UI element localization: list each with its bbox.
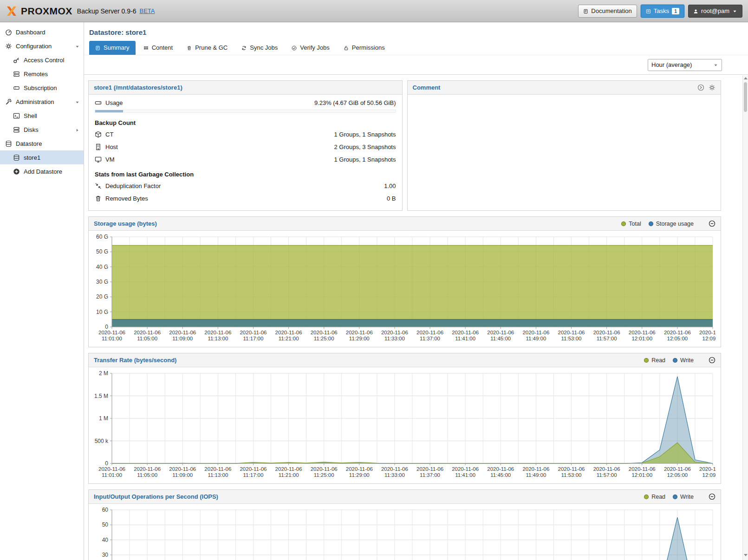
caret-right-icon[interactable] — [75, 127, 80, 132]
svg-text:2020-11-06: 2020-11-06 — [381, 466, 408, 472]
compress-icon — [95, 182, 102, 189]
tab-label: Sync Jobs — [250, 44, 278, 51]
host-value: 2 Groups, 3 Snapshots — [334, 143, 396, 150]
sidebar-item-label: Configuration — [16, 43, 52, 50]
scroll-up-arrow-icon[interactable] — [744, 77, 748, 79]
trash-icon — [187, 45, 192, 50]
svg-text:11:45:00: 11:45:00 — [490, 472, 511, 478]
tab-summary[interactable]: Summary — [89, 41, 136, 55]
svg-text:20 G: 20 G — [96, 293, 108, 300]
caret-down-icon[interactable] — [75, 99, 80, 104]
legend-write[interactable]: Write — [673, 357, 694, 364]
sidebar-item-label: Access Control — [24, 57, 64, 64]
beta-link[interactable]: BETA — [139, 7, 155, 14]
svg-text:12:01:00: 12:01:00 — [631, 336, 652, 341]
usage-progress-fill — [95, 110, 123, 112]
svg-text:1.5 M: 1.5 M — [94, 393, 108, 399]
sidebar-item-access-control[interactable]: Access Control — [0, 53, 84, 67]
tab-verify-jobs[interactable]: Verify Jobs — [286, 41, 336, 55]
content-area: store1 (/mnt/datastores/store1) Usage 9.… — [84, 75, 748, 560]
dedup-value: 1.00 — [384, 182, 396, 189]
svg-text:11:25:00: 11:25:00 — [314, 336, 334, 341]
svg-text:2020-11-06: 2020-11-06 — [346, 466, 373, 472]
svg-text:0: 0 — [105, 324, 108, 330]
svg-text:0: 0 — [105, 460, 108, 467]
panel-title: store1 (/mnt/datastores/store1) — [94, 84, 182, 91]
legend-read[interactable]: Read — [644, 357, 665, 364]
svg-text:2 M: 2 M — [99, 370, 108, 377]
legend-total[interactable]: Total — [621, 221, 641, 227]
tasks-button[interactable]: Tasks 1 — [641, 5, 684, 18]
svg-text:40: 40 — [102, 537, 109, 543]
sidebar-item-subscription[interactable]: Subscription — [0, 81, 84, 95]
svg-text:11:09:00: 11:09:00 — [172, 472, 193, 478]
ct-label: CT — [105, 131, 113, 138]
tab-sync-jobs[interactable]: Sync Jobs — [235, 41, 284, 55]
iops-panel: Input/Output Operations per Second (IOPS… — [88, 489, 721, 560]
documentation-icon — [583, 8, 588, 13]
legend-write[interactable]: Write — [673, 494, 694, 500]
sidebar-item-disks[interactable]: Disks — [0, 123, 84, 137]
svg-text:2020-11-06: 2020-11-06 — [204, 466, 231, 472]
usage-progress-bar — [95, 110, 396, 113]
sidebar-item-label: Shell — [24, 112, 37, 119]
chart-title: Input/Output Operations per Second (IOPS… — [94, 493, 218, 500]
interval-select-value: Hour (average) — [651, 61, 692, 68]
sidebar-item-label: Add Datastore — [24, 168, 62, 175]
storage-usage-chart: 010 G20 G30 G40 G50 G60 G2020-11-0611:01… — [90, 233, 715, 345]
sidebar-item-label: Dashboard — [16, 29, 46, 36]
scroll-down-arrow-icon[interactable] — [744, 554, 748, 556]
sidebar-item-dashboard[interactable]: Dashboard — [0, 25, 84, 39]
svg-text:11:05:00: 11:05:00 — [137, 472, 157, 478]
svg-text:2020-11-06: 2020-11-06 — [487, 466, 514, 472]
sidebar-item-add-datastore[interactable]: Add Datastore — [0, 164, 84, 178]
gear-icon[interactable] — [709, 84, 715, 91]
tab-content[interactable]: Content — [137, 41, 179, 55]
svg-text:10 G: 10 G — [96, 309, 108, 315]
chart-title: Storage usage (bytes) — [94, 220, 157, 227]
removed-bytes-row: Removed Bytes 0 B — [89, 192, 402, 205]
sidebar-item-administration[interactable]: Administration — [0, 95, 84, 109]
legend-storage-usage[interactable]: Storage usage — [649, 221, 694, 227]
svg-text:11:41:00: 11:41:00 — [455, 336, 475, 341]
svg-text:11:05:00: 11:05:00 — [137, 336, 157, 341]
collapse-icon[interactable] — [709, 220, 715, 227]
svg-text:12:09:00: 12:09:00 — [702, 336, 715, 341]
sidebar-item-configuration[interactable]: Configuration — [0, 39, 84, 53]
tab-permissions[interactable]: Permissions — [338, 41, 391, 55]
removed-bytes-label: Removed Bytes — [105, 195, 148, 202]
svg-text:2020-11-06: 2020-11-06 — [311, 466, 338, 472]
documentation-button[interactable]: Documentation — [578, 5, 637, 18]
vertical-scrollbar[interactable] — [742, 75, 748, 560]
sidebar-item-label: Datastore — [16, 140, 42, 147]
interval-select[interactable]: Hour (average) — [648, 59, 722, 71]
usage-label: Usage — [105, 99, 123, 106]
chevron-down-icon — [732, 8, 737, 13]
comment-body[interactable] — [408, 95, 721, 210]
circle-arrow-icon[interactable] — [697, 84, 704, 91]
svg-text:2020-11-06: 2020-11-06 — [204, 330, 231, 335]
collapse-icon[interactable] — [709, 493, 715, 500]
building-icon — [95, 143, 102, 150]
svg-text:30: 30 — [102, 552, 109, 558]
legend-dot — [644, 495, 649, 499]
tab-label: Prune & GC — [195, 44, 228, 51]
sidebar-item-store1[interactable]: store1 — [0, 150, 84, 164]
scrollbar-thumb[interactable] — [744, 82, 747, 112]
svg-text:11:29:00: 11:29:00 — [349, 472, 370, 478]
collapse-icon[interactable] — [709, 357, 715, 364]
caret-down-icon[interactable] — [75, 44, 80, 49]
sidebar-item-shell[interactable]: Shell — [0, 109, 84, 123]
svg-text:2020-11-06: 2020-11-06 — [169, 330, 196, 335]
svg-text:2020-11-06: 2020-11-06 — [522, 466, 549, 472]
grid-icon — [143, 45, 149, 50]
sidebar-item-remotes[interactable]: Remotes — [0, 67, 84, 81]
svg-text:11:21:00: 11:21:00 — [279, 336, 299, 341]
sidebar-item-datastore[interactable]: Datastore — [0, 137, 84, 150]
user-menu-button[interactable]: root@pam — [688, 5, 742, 18]
legend-read[interactable]: Read — [644, 494, 665, 500]
tasks-label: Tasks — [654, 7, 669, 14]
sidebar-item-label: store1 — [24, 154, 40, 161]
svg-text:11:01:00: 11:01:00 — [102, 472, 122, 478]
tab-prune-gc[interactable]: Prune & GC — [181, 41, 234, 55]
